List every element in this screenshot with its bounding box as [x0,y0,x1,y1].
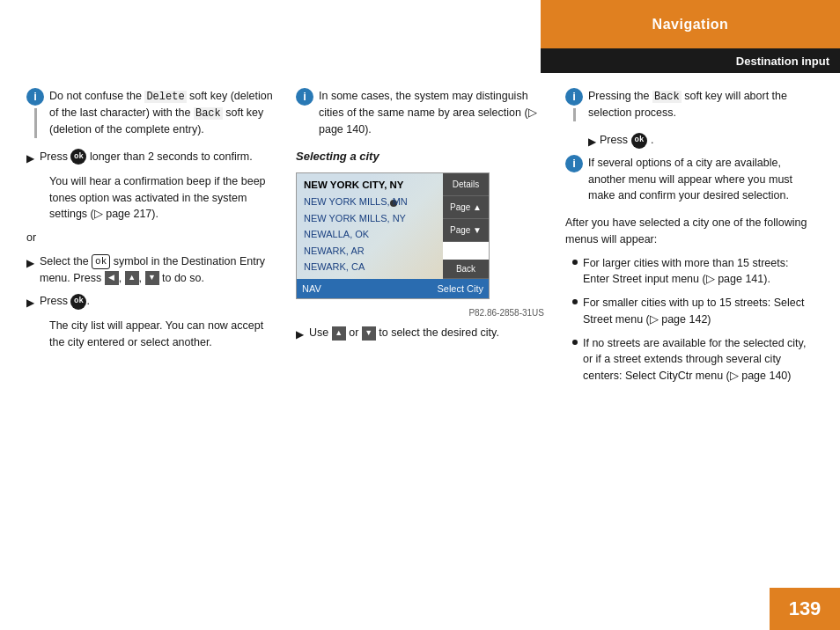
info-icon-4: i [565,155,583,172]
bullet-text-1: Press ok longer than 2 seconds to confir… [40,149,275,165]
header-nav-bar: Navigation [541,0,840,48]
dot-item-2: For smaller cities with up to 15 streets… [572,295,814,328]
column-3: i Pressing the Back soft key will abort … [555,88,814,586]
ok-button-1[interactable]: ok [70,149,86,165]
press-label-3: Press [40,295,70,307]
page-down-button[interactable]: Page ▼ [443,219,489,242]
or-divider: or [26,230,275,246]
ok-outline-btn[interactable]: ok [92,254,110,269]
city-widget: NEW YORK CITY, NY NEW YORK MILLS, MN NEW… [296,172,490,299]
page-number-box: 139 [770,588,840,630]
city-item-4[interactable]: NEWARK, AR [302,243,438,260]
city-item-0[interactable]: NEW YORK CITY, NY [302,177,438,194]
city-buttons: Details Page ▲ Page ▼ Back [443,173,489,279]
info-bar-1 [34,108,37,138]
page-up-button[interactable]: Page ▲ [443,196,489,219]
dot-text-1: For larger cities with more than 15 stre… [583,255,814,289]
back-button[interactable]: Back [443,260,489,279]
bullet-text-use: Use ▲ or ▼ to select the desired city. [309,325,544,341]
bullet-1: ▶ Press ok longer than 2 seconds to conf… [26,149,275,166]
city-item-2[interactable]: NEW YORK MILLS, NY [302,210,438,227]
press-label-1: Press [40,150,70,163]
info-block-3-left: i [565,88,583,121]
header-sub-title: Destination input [736,55,829,68]
ok-button-col3[interactable]: ok [631,133,647,149]
info-icon-3: i [565,88,583,106]
city-list-area: NEW YORK CITY, NY NEW YORK MILLS, MN NEW… [297,173,443,279]
header-nav-title: Navigation [652,17,729,33]
info-block-3: i Pressing the Back soft key will abort … [565,88,814,121]
page-number: 139 [789,597,822,620]
dot-text-3: If no streets are available for the sele… [583,335,814,385]
info-icon-1: i [26,88,44,106]
info-text-4: If several options of a city are availab… [588,155,814,204]
city-list-items: NEW YORK CITY, NY NEW YORK MILLS, MN NEW… [302,177,438,275]
info-text-2: In some cases, the system may distinguis… [319,88,544,137]
city-item-1[interactable]: NEW YORK MILLS, MN [302,194,438,210]
dot-3 [572,340,578,345]
confirmation-note: You will hear a confirmation beep if the… [49,173,275,223]
info-block-2-left: i [296,88,313,137]
bullet-arrow-3: ▶ [26,295,34,311]
info-block-1-left: i [26,88,44,138]
info-text-1: Do not confuse the Delete soft key (dele… [49,88,275,138]
city-widget-inner: NEW YORK CITY, NY NEW YORK MILLS, MN NEW… [297,173,489,279]
info-block-4: i If several options of a city are avail… [565,155,814,204]
city-footer: NAV Select City [297,279,489,299]
city-footer-title: Select City [437,282,483,297]
city-list-note: The city list will appear. You can now a… [49,318,275,351]
info-block-2: i In some cases, the system may distingu… [296,88,544,137]
header-sub-bar: Destination input [541,48,840,73]
nav-down-btn[interactable]: ▼ [145,271,159,285]
dot-list: For larger cities with more than 15 stre… [572,255,814,385]
column-1: i Do not confuse the Delete soft key (de… [26,88,285,586]
nav-left-btn[interactable]: ◀ [105,271,119,285]
main-content: i Do not confuse the Delete soft key (de… [26,88,814,586]
city-item-3[interactable]: NEWALLA, OK [302,226,438,243]
bullet-arrow-1: ▶ [26,150,34,166]
info-text-3: Pressing the Back soft key will abort th… [588,88,814,121]
after-text: After you have selected a city one of th… [565,215,814,248]
dot-text-2: For smaller cities with up to 15 streets… [583,295,814,328]
info-block-1: i Do not confuse the Delete soft key (de… [26,88,275,138]
city-item-5[interactable]: NEWARK, CA [302,259,438,275]
dot-2 [572,299,578,304]
info-icon-2: i [296,88,313,106]
press-ok-line: ▶ Press ok. [588,132,814,150]
bullet-text-3: Press ok. [40,293,275,310]
details-button[interactable]: Details [443,173,489,196]
press-detail-1: longer than 2 seconds to confirm. [90,150,253,163]
info-bar-3 [573,108,576,121]
dot-item-1: For larger cities with more than 15 stre… [572,255,814,289]
ok-button-3[interactable]: ok [70,294,86,310]
dot-1 [572,260,578,265]
column-2: i In some cases, the system may distingu… [285,88,555,586]
bullet-3: ▶ Press ok. [26,293,275,311]
info-block-4-left: i [565,155,583,204]
bullet-2: ▶ Select the ok symbol in the Destinatio… [26,253,275,287]
bullet-use: ▶ Use ▲ or ▼ to select the desired city. [296,325,544,342]
bullet-text-2: Select the ok symbol in the Destination … [40,253,275,287]
city-footer-nav: NAV [302,282,321,297]
nav-down-btn-2[interactable]: ▼ [362,326,376,341]
dot-item-3: If no streets are available for the sele… [572,335,814,385]
nav-up-btn-2[interactable]: ▲ [332,326,346,341]
section-heading-selecting-city: Selecting a city [296,148,544,165]
nav-up-btn[interactable]: ▲ [125,271,139,285]
bullet-arrow-press: ▶ [588,134,596,150]
bullet-arrow-use: ▶ [296,326,304,342]
bullet-arrow-2: ▶ [26,255,34,271]
city-caption: P82.86-2858-31US [296,306,544,319]
press-label-col3: Press [600,132,628,149]
